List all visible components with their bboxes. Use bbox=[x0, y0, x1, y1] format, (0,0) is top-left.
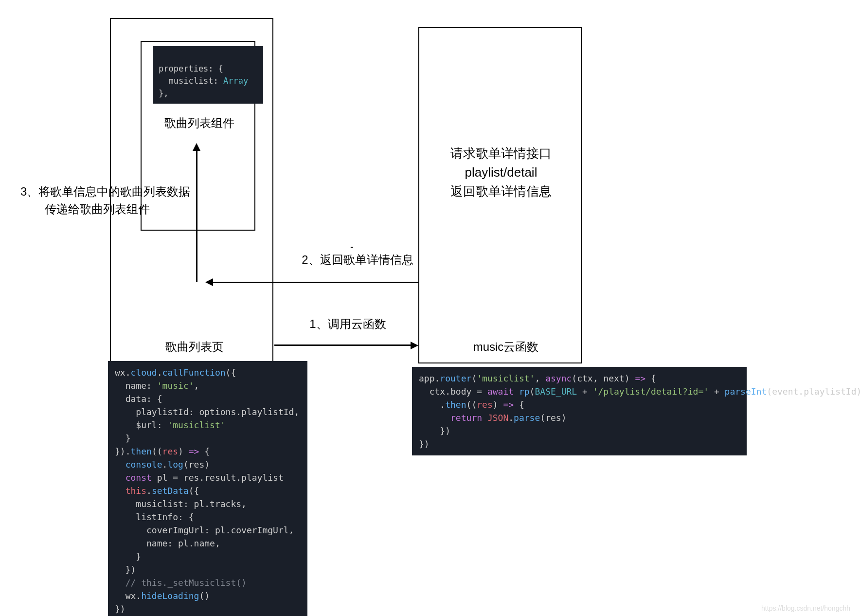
properties-code: properties: { musiclist: Array }, bbox=[153, 46, 263, 104]
arrow1-head bbox=[411, 342, 418, 349]
arrow3-line bbox=[196, 150, 197, 282]
step3-annotation: 3、将歌单信息中的歌曲列表数据 传递给歌曲列表组件 bbox=[20, 183, 205, 218]
arrow2-head bbox=[205, 278, 213, 286]
component-label: 歌曲列表组件 bbox=[151, 114, 248, 132]
api-label-line2: 返回歌单详情信息 bbox=[423, 182, 579, 201]
right-code-block: app.router('musiclist', async(ctx, next)… bbox=[412, 367, 747, 455]
api-label: 请求歌单详情接口playlist/detail 返回歌单详情信息 bbox=[423, 144, 579, 201]
cloud-label: music云函数 bbox=[467, 338, 545, 356]
arrow2-line bbox=[212, 282, 418, 283]
step3-line2: 传递给歌曲列表组件 bbox=[20, 200, 205, 218]
tick-mark: - bbox=[350, 241, 354, 253]
step3-line1: 3、将歌单信息中的歌曲列表数据 bbox=[20, 183, 205, 200]
code-line: musiclist: Array bbox=[159, 76, 248, 86]
api-label-line1: 请求歌单详情接口playlist/detail bbox=[423, 144, 579, 182]
arrow3-head bbox=[193, 143, 200, 151]
step1-annotation: 1、调用云函数 bbox=[304, 315, 392, 333]
left-code-block: wx.cloud.callFunction({ name: 'music', d… bbox=[108, 361, 307, 616]
arrow1-line bbox=[274, 344, 412, 346]
watermark: https://blog.csdn.net/hongchh bbox=[761, 604, 850, 612]
code-line: }, bbox=[159, 89, 168, 98]
step2-annotation: 2、返回歌单详情信息 bbox=[294, 251, 421, 269]
code-line: properties: { bbox=[159, 64, 223, 73]
page-label: 歌曲列表页 bbox=[156, 338, 233, 356]
